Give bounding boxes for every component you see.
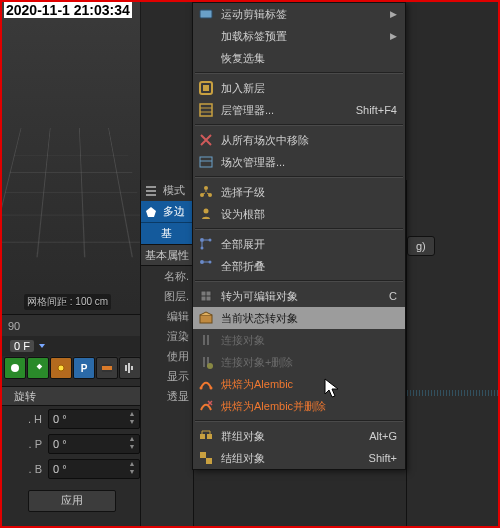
svg-rect-12 [203,85,209,91]
menu-item-label: 设为根部 [221,207,397,222]
film-button[interactable] [96,357,118,379]
apply-button[interactable]: 应用 [28,490,116,512]
menu-item-icon [197,449,215,467]
svg-marker-9 [146,207,156,217]
svg-point-26 [207,363,213,369]
menu-item[interactable]: 加载标签预置▶ [193,25,405,47]
menu-separator [195,280,403,282]
menu-item: 连接对象 [193,329,405,351]
menu-item[interactable]: 全部折叠 [193,255,405,277]
svg-rect-6 [125,365,127,371]
menu-item-label: 结组对象 [221,451,363,466]
attr-layer-label: 图层. [141,286,193,306]
input-field-b[interactable]: 0 °▲▼ [48,459,140,479]
svg-point-0 [11,364,19,372]
rotation-panel-header: 旋转 [2,386,152,406]
input-row: . B 0 °▲▼ [2,458,140,480]
svg-rect-4 [102,364,112,366]
menu-item[interactable]: 当前状态转对象 [193,307,405,329]
menu-item-icon [197,5,215,23]
input-label-p: . P [2,438,48,450]
menu-separator [195,420,403,422]
rotation-inputs: . H 0 °▲▼ . P 0 °▲▼ . B 0 °▲▼ [2,408,140,483]
menu-item[interactable]: 运动剪辑标签▶ [193,3,405,25]
menu-item-icon [197,27,215,45]
menu-item-label: 全部展开 [221,237,397,252]
menu-item[interactable]: 群组对象Alt+G [193,425,405,447]
menu-item-icon [197,205,215,223]
attr-use-label: 使用 [141,346,193,366]
menu-item-shortcut: Shift+ [369,452,397,464]
svg-point-23 [209,261,212,264]
timeline-strip[interactable]: 90 [2,314,146,338]
menu-item-icon [197,183,215,201]
menu-item-icon [197,131,215,149]
menu-item-icon [197,257,215,275]
menu-item[interactable]: 选择子级 [193,181,405,203]
menu-item[interactable]: 烘焙为Alembic [193,373,405,395]
svg-point-18 [204,209,209,214]
input-field-h[interactable]: 0 °▲▼ [48,409,140,429]
svg-rect-14 [200,157,212,167]
menu-item[interactable]: 场次管理器... [193,151,405,173]
svg-point-15 [204,186,208,190]
menu-item-icon [197,79,215,97]
menu-item[interactable]: 结组对象Shift+ [193,447,405,469]
polygon-icon [145,206,159,218]
svg-point-27 [200,387,203,390]
grid-spacing-label: 网格间距 : 100 cm [24,294,111,310]
menu-item-label: 加载标签预置 [221,29,384,44]
menu-item-shortcut: Alt+G [369,430,397,442]
menu-item-icon [197,331,215,349]
input-label-h: . H [2,413,48,425]
svg-rect-32 [206,458,212,464]
menu-item[interactable]: 转为可编辑对象C [193,285,405,307]
mode-tab[interactable]: 模式 [141,180,193,201]
mode-tab-label: 模式 [163,183,185,198]
menu-item[interactable]: 加入新层 [193,77,405,99]
viewport-3d[interactable] [2,2,141,308]
svg-rect-30 [207,434,212,439]
menu-item[interactable]: 烘焙为Alembic并删除 [193,395,405,417]
menu-item[interactable]: 从所有场次中移除 [193,129,405,151]
menu-item-icon [197,353,215,371]
sound-button[interactable] [119,357,141,379]
menu-item-label: 转为可编辑对象 [221,289,383,304]
menu-item-label: 烘焙为Alembic并删除 [221,399,397,414]
menu-item[interactable]: 恢复选集 [193,47,405,69]
menu-item-label: 加入新层 [221,81,397,96]
input-row: . H 0 °▲▼ [2,408,140,430]
input-field-p[interactable]: 0 °▲▼ [48,434,140,454]
menu-separator [195,124,403,126]
menu-item[interactable]: 层管理器...Shift+F4 [193,99,405,121]
autokey-button[interactable] [50,357,72,379]
svg-rect-13 [200,104,212,116]
menu-item-icon [197,427,215,445]
polygon-tab[interactable]: 多边 [141,201,193,222]
base-tab[interactable]: 基 [141,222,193,244]
timeline-tick: 90 [8,320,20,332]
attr-edit-label: 编辑 [141,306,193,326]
record-button[interactable] [4,357,26,379]
object-tag-tab[interactable]: g) [407,236,435,256]
menu-separator [195,72,403,74]
menu-item-icon [197,153,215,171]
menu-item[interactable]: 全部展开 [193,233,405,255]
attr-render-label: 渲染 [141,326,193,346]
menu-item-label: 恢复选集 [221,51,397,66]
menu-item-icon [197,309,215,327]
svg-point-20 [201,247,204,250]
menu-separator [195,228,403,230]
menu-item[interactable]: 设为根部 [193,203,405,225]
current-frame: 0 F [10,340,34,352]
key-button[interactable] [27,357,49,379]
dropdown-arrow-icon [37,341,47,351]
submenu-arrow-icon: ▶ [390,31,397,41]
menu-item-label: 连接对象+删除 [221,355,397,370]
svg-point-21 [209,239,212,242]
viewport-grid [0,128,153,257]
playback-toolbar: P [2,356,142,380]
p-toggle-button[interactable]: P [73,357,95,379]
svg-rect-10 [200,10,212,18]
menu-item: 连接对象+删除 [193,351,405,373]
